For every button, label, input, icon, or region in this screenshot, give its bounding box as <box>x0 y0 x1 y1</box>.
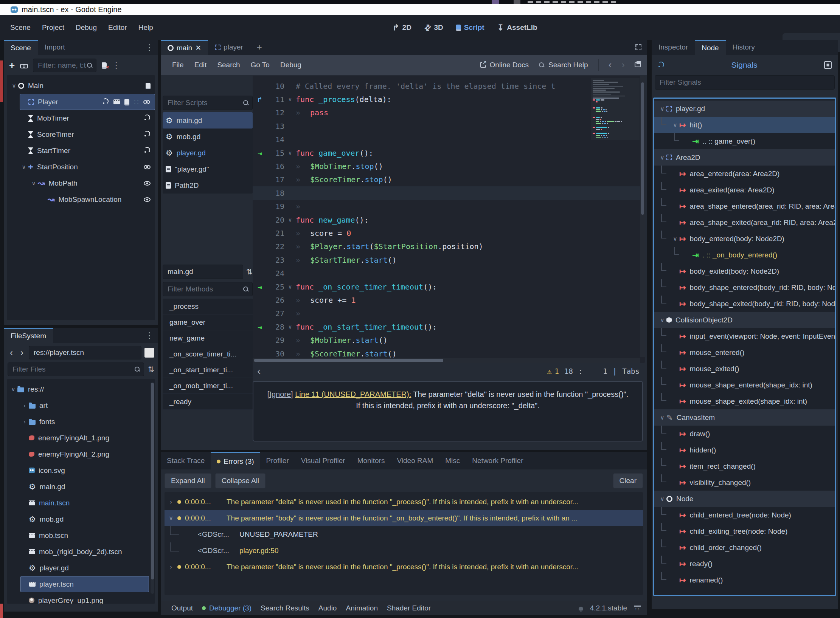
debugger-tab-profiler[interactable]: Profiler <box>260 452 295 469</box>
method-item-_on_start_timer_ti[interactable]: _on_start_timer_ti... <box>163 362 253 378</box>
code-line-22[interactable]: 22»$Player.start($StartPosition.position… <box>253 240 645 253</box>
script-menu-go-to[interactable]: Go To <box>245 59 275 71</box>
signal-area_shape_enteredarea_ridrida[interactable]: ↦area_shape_entered(area_rid: RID, area:… <box>654 198 835 214</box>
script-item-Path2D[interactable]: Path2D <box>163 177 253 194</box>
new-script-tab-button[interactable]: + <box>250 40 269 55</box>
signal-area_enteredareaarea2d[interactable]: ↦area_entered(area: Area2D) <box>654 166 835 182</box>
signal-input_eventviewportnodeeventin[interactable]: ↦input_event(viewport: Node, event: Inpu… <box>654 328 835 344</box>
scene-node-mobtimer[interactable]: MobTimer <box>20 110 155 126</box>
script-menu-search[interactable]: Search <box>212 59 245 71</box>
file-main.gd[interactable]: ⚙main.gd <box>20 479 149 495</box>
nav-back-icon[interactable]: ‹ <box>8 347 15 358</box>
scene-node-mobpath[interactable]: ∨↝MobPath <box>30 175 155 191</box>
debugger-tab-monitors[interactable]: Monitors <box>351 452 391 469</box>
signal-child_exiting_treenodenode[interactable]: ↦child_exiting_tree(node: Node) <box>654 523 835 539</box>
expand-arrow-icon[interactable]: ∨ <box>658 414 666 421</box>
debugger-tab-network-profiler[interactable]: Network Profiler <box>466 452 529 469</box>
signal-ready[interactable]: ↦ready() <box>654 556 835 572</box>
script-item-mob.gd[interactable]: ⚙mob.gd <box>163 129 253 145</box>
expand-arrow-icon[interactable]: ∨ <box>20 164 28 170</box>
script-item-main.gd[interactable]: ⚙main.gd <box>163 112 253 129</box>
tab-history[interactable]: History <box>726 40 762 55</box>
signal-mouse_shape_enteredshape_idxin[interactable]: ↦mouse_shape_entered(shape_idx: int) <box>654 377 835 393</box>
workspace-assetlib[interactable]: ↧AssetLib <box>497 23 537 32</box>
code-editor[interactable]: 10# Called every frame. 'delta' is the e… <box>253 76 645 363</box>
file-mob.gd[interactable]: ⚙mob.gd <box>20 511 149 527</box>
filter-scripts-input[interactable] <box>163 96 253 110</box>
scene-node-player[interactable]: Player∷ <box>20 94 155 110</box>
code-line-19[interactable]: 19» <box>253 200 645 213</box>
fold-arrow-icon[interactable]: ∨ <box>284 150 296 156</box>
sort-methods-icon[interactable]: ⇅ <box>246 267 253 276</box>
panel-menu-icon[interactable]: ⋮ <box>145 331 154 341</box>
signal-class-node[interactable]: ∨Node <box>654 491 835 507</box>
code-line-14[interactable]: 14 <box>253 133 645 146</box>
signal-class-area2d[interactable]: ∨Area2D <box>654 149 835 166</box>
bottom-shader-editor[interactable]: Shader Editor <box>382 604 435 612</box>
signal-item_rect_changed[interactable]: ↦item_rect_changed() <box>654 458 835 474</box>
error-row[interactable]: ›0:00:0...The parameter "delta" is never… <box>165 559 643 575</box>
script-menu-edit[interactable]: Edit <box>189 59 212 71</box>
scene-node-mobspawnlocation[interactable]: ↝MobSpawnLocation <box>39 191 155 208</box>
bottom-search-results[interactable]: Search Results <box>256 604 314 612</box>
expand-arrow-icon[interactable]: ∨ <box>9 386 17 393</box>
expand-arrow-icon[interactable]: ∨ <box>10 82 18 89</box>
file-res---[interactable]: ∨res:// <box>9 381 149 397</box>
debugger-tab-stack-trace[interactable]: Stack Trace <box>161 452 211 469</box>
signal-game_over[interactable]: ⇥.. :: game_over() <box>654 133 835 149</box>
filesystem-filter-input[interactable] <box>8 362 144 376</box>
code-line-10[interactable]: 10# Called every frame. 'delta' is the e… <box>253 79 645 93</box>
code-line-11[interactable]: ↱11∨func _process(delta): <box>253 93 645 106</box>
history-forward-icon[interactable]: › <box>621 59 625 71</box>
workspace-3d[interactable]: ⇄3D <box>424 23 443 32</box>
signal-body_enteredbodynode2d[interactable]: ∨↦body_entered(body: Node2D) <box>654 231 835 247</box>
signal-area_shape_exitedarea_ridridar[interactable]: ↦area_shape_exited(area_rid: RID, area: … <box>654 214 835 231</box>
signal-_on_body_entered[interactable]: ⇥. :: _on_body_entered() <box>654 247 835 263</box>
code-line-13[interactable]: 13 <box>253 119 645 133</box>
signal-draw[interactable]: ↦draw() <box>654 426 835 442</box>
script-item-player.gd[interactable]: "player.gd" <box>163 161 253 177</box>
code-line-21[interactable]: 21»score = 0 <box>253 226 645 240</box>
code-line-28[interactable]: ⇥28∨func _on_start_timer_timeout(): <box>253 320 645 333</box>
code-line-27[interactable]: 27» <box>253 307 645 320</box>
expand-arrow-icon[interactable]: ∨ <box>671 122 679 129</box>
file-fonts[interactable]: ›fonts <box>20 414 149 430</box>
script-item-player.gd[interactable]: ⚙player.gd <box>163 145 253 161</box>
scene-node-startposition[interactable]: ∨+StartPosition <box>20 159 155 175</box>
signal-mouse_exited[interactable]: ↦mouse_exited() <box>654 361 835 377</box>
online-docs-button[interactable]: Online Docs <box>480 61 529 69</box>
expand-arrow-icon[interactable]: ∨ <box>658 496 666 502</box>
file-player.tscn[interactable]: player.tscn <box>20 576 149 592</box>
close-tab-icon[interactable]: ✕ <box>195 43 201 52</box>
grid-icon[interactable]: ∷ <box>134 98 139 107</box>
workspace-script[interactable]: Script <box>456 23 484 32</box>
file-enemyflyingalt-2.png[interactable]: enemyFlyingAlt_2.png <box>20 446 149 462</box>
sort-files-icon[interactable]: ⇅ <box>148 365 154 374</box>
script-tab-main[interactable]: main✕ <box>161 40 208 55</box>
expand-arrow-icon[interactable]: ∨ <box>165 514 177 522</box>
file-playergrey-up1.png[interactable]: playerGrey_up1.png <box>20 592 149 604</box>
scene-tree-menu-icon[interactable]: ⋮ <box>112 60 120 70</box>
expand-arrow-icon[interactable]: ∨ <box>658 105 666 112</box>
error-detail-row[interactable]: <GDScr...UNUSED_PARAMETER <box>165 526 643 542</box>
signal-mouse_shape_exitedshape_idxint[interactable]: ↦mouse_shape_exited(shape_idx: int) <box>654 393 835 409</box>
code-line-20[interactable]: 20∨func new_game(): <box>253 213 645 226</box>
file-art[interactable]: ›art <box>20 397 149 414</box>
collapse-all-button[interactable]: Collapse All <box>215 473 266 488</box>
menu-project[interactable]: Project <box>36 20 70 35</box>
method-item-_process[interactable]: _process <box>163 299 253 314</box>
file-mob.tscn[interactable]: mob.tscn <box>20 527 149 544</box>
eye-icon[interactable] <box>144 197 151 202</box>
code-line-15[interactable]: ⇥15∨func game_over(): <box>253 146 645 160</box>
eye-icon[interactable] <box>143 100 150 104</box>
code-line-29[interactable]: 29»$MobTimer.start() <box>253 333 645 347</box>
signal-class-collisionobject2d[interactable]: ∨CollisionObject2D <box>654 312 835 328</box>
fold-arrow-icon[interactable]: ∨ <box>284 217 296 223</box>
eye-icon[interactable] <box>144 181 151 186</box>
scene-icon[interactable] <box>113 99 120 104</box>
code-line-17[interactable]: 17»$ScoreTimer.stop() <box>253 173 645 186</box>
expand-arrow-icon[interactable]: › <box>20 418 29 425</box>
bottom-audio[interactable]: Audio <box>314 604 342 612</box>
nav-forward-icon[interactable]: › <box>18 347 26 358</box>
script-menu-file[interactable]: File <box>167 59 189 71</box>
